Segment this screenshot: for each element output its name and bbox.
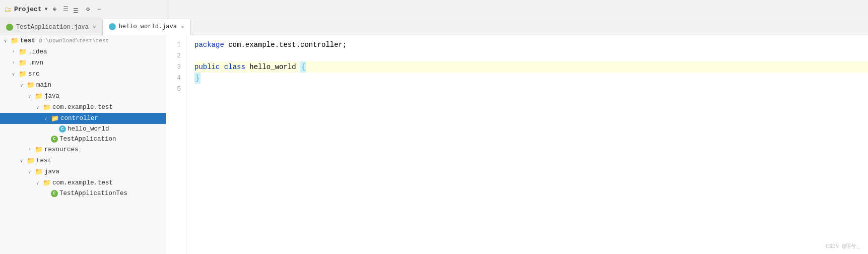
- controller-label: controller: [60, 115, 98, 122]
- testapplicationtes-file-icon: C: [51, 190, 58, 197]
- tree-item-java2[interactable]: ∨ 📁 java: [0, 166, 166, 177]
- code-line-5: [194, 84, 868, 95]
- idea-label: .idea: [28, 48, 47, 55]
- hello-world-file-icon: C: [59, 125, 66, 133]
- editor-area: 1 2 3 4 5 package com.example.test.contr…: [166, 35, 868, 254]
- line-num-3: 3: [166, 61, 186, 73]
- mvn-folder-icon: 📁: [19, 59, 27, 67]
- src-folder-icon: 📁: [19, 70, 27, 78]
- resources-folder-icon: 📁: [35, 146, 43, 154]
- project-label[interactable]: Project: [14, 6, 42, 13]
- code-space1: [220, 61, 224, 73]
- com-example-test-label: com.example.test: [52, 104, 113, 111]
- project-folder-icon: 🗂: [4, 6, 11, 14]
- tab-bar: TestApplication.java ✕ hello_world.java …: [0, 19, 868, 35]
- test-folder-icon: 📁: [27, 157, 35, 165]
- testapplication-file-icon: C: [51, 136, 58, 143]
- tree-item-testapplicationtes[interactable]: C TestApplicationTes: [0, 188, 166, 199]
- toolbar-icon-2[interactable]: ☰: [62, 6, 70, 14]
- mvn-label: .mvn: [28, 59, 43, 67]
- line-num-4: 4: [166, 73, 186, 84]
- tree-item-main[interactable]: ∨ 📁 main: [0, 80, 166, 91]
- hello-world-label: hello_world: [68, 125, 109, 133]
- tab-testapplication-icon: [6, 24, 13, 31]
- tree-item-com-example-test2[interactable]: ∨ 📁 com.example.test: [0, 177, 166, 188]
- java2-folder-icon: 📁: [35, 168, 43, 176]
- java-chevron: ∨: [28, 94, 33, 99]
- tree-item-com-example-test[interactable]: ∨ 📁 com.example.test: [0, 102, 166, 113]
- tab-helloworld-close[interactable]: ✕: [181, 24, 184, 30]
- main-folder-icon: 📁: [27, 81, 35, 89]
- test-label: test: [36, 157, 51, 164]
- toolbar-icon-gear[interactable]: ⚙: [84, 6, 92, 14]
- code-classname: hello_world: [245, 61, 300, 73]
- idea-folder-icon: 📁: [19, 48, 27, 56]
- src-chevron: ∨: [12, 72, 17, 77]
- com-example-test2-chevron: ∨: [36, 180, 41, 186]
- root-label: test D:\Download\test\test: [20, 37, 109, 44]
- tab-helloworld[interactable]: hello_world.java ✕: [103, 19, 191, 35]
- idea-chevron: ›: [12, 49, 17, 54]
- tree-root[interactable]: ∨ 📁 test D:\Download\test\test: [0, 35, 166, 46]
- com-example-test2-label: com.example.test: [52, 179, 113, 186]
- kw-class: class: [224, 61, 245, 73]
- controller-chevron: ∨: [44, 116, 49, 121]
- testapplicationtes-label: TestApplicationTes: [59, 190, 127, 197]
- tree-item-testapplication[interactable]: C TestApplication: [0, 134, 166, 144]
- top-bar: 🗂 Project ▼ ⊕ ☰ ☰ ⚙ −: [0, 0, 868, 19]
- project-dropdown-icon[interactable]: ▼: [45, 7, 48, 12]
- tree-item-controller[interactable]: ∨ 📁 controller: [0, 113, 166, 124]
- testapplication-label: TestApplication: [59, 136, 116, 143]
- code-line-4: }: [194, 73, 868, 84]
- tree-item-test[interactable]: ∨ 📁 test: [0, 155, 166, 166]
- tree-item-hello-world[interactable]: C hello_world: [0, 124, 166, 134]
- java2-label: java: [44, 168, 59, 175]
- com-example-test-folder-icon: 📁: [43, 103, 51, 111]
- tab-testapplication[interactable]: TestApplication.java ✕: [0, 19, 103, 35]
- tab-helloworld-icon: [109, 23, 116, 30]
- mvn-chevron: ›: [12, 60, 17, 66]
- line-numbers: 1 2 3 4 5: [166, 35, 186, 254]
- tab-testapplication-label: TestApplication.java: [16, 24, 89, 31]
- main-content: ∨ 📁 test D:\Download\test\test › 📁 .idea…: [0, 35, 868, 254]
- code-editor[interactable]: 1 2 3 4 5 package com.example.test.contr…: [166, 35, 868, 254]
- code-content[interactable]: package com.example.test.controller; pub…: [186, 35, 868, 254]
- tree-item-src[interactable]: ∨ 📁 src: [0, 69, 166, 80]
- resources-label: resources: [44, 146, 79, 153]
- main-chevron: ∨: [20, 83, 25, 88]
- root-folder-icon: 📁: [11, 37, 19, 45]
- tree-item-java[interactable]: ∨ 📁 java: [0, 91, 166, 102]
- toolbar-icon-3[interactable]: ☰: [73, 6, 81, 14]
- test-chevron: ∨: [20, 158, 25, 164]
- src-label: src: [28, 71, 40, 78]
- line-num-5: 5: [166, 84, 186, 95]
- com-example-test-chevron: ∨: [36, 105, 41, 110]
- kw-public: public: [194, 61, 220, 73]
- line-num-1: 1: [166, 39, 186, 50]
- tab-testapplication-close[interactable]: ✕: [93, 24, 96, 30]
- tree-item-resources[interactable]: › 📁 resources: [0, 144, 166, 155]
- root-chevron: ∨: [4, 38, 9, 44]
- watermark: CSDN @陌兮_: [826, 242, 860, 250]
- code-line-3: public class hello_world {: [194, 61, 868, 73]
- toolbar-icon-minus[interactable]: −: [95, 6, 103, 14]
- open-brace: {: [300, 61, 306, 73]
- resources-chevron: ›: [28, 147, 33, 152]
- project-header: 🗂 Project ▼ ⊕ ☰ ☰ ⚙ −: [0, 0, 166, 19]
- code-line-2: [194, 50, 868, 61]
- java-folder-icon: 📁: [35, 92, 43, 100]
- main-label: main: [36, 82, 51, 89]
- line-num-2: 2: [166, 50, 186, 61]
- tree-item-idea[interactable]: › 📁 .idea: [0, 46, 166, 57]
- java2-chevron: ∨: [28, 169, 33, 175]
- project-tree: ∨ 📁 test D:\Download\test\test › 📁 .idea…: [0, 35, 166, 254]
- tab-helloworld-label: hello_world.java: [119, 23, 177, 30]
- com-example-test2-folder-icon: 📁: [43, 179, 51, 187]
- toolbar-icon-1[interactable]: ⊕: [51, 6, 59, 14]
- code-pkg: com.example.test.controller;: [224, 39, 347, 50]
- controller-folder-icon: 📁: [51, 114, 59, 122]
- kw-package: package: [194, 39, 224, 50]
- tree-item-mvn[interactable]: › 📁 .mvn: [0, 57, 166, 69]
- code-line-1: package com.example.test.controller;: [194, 39, 868, 50]
- java-label: java: [44, 93, 59, 100]
